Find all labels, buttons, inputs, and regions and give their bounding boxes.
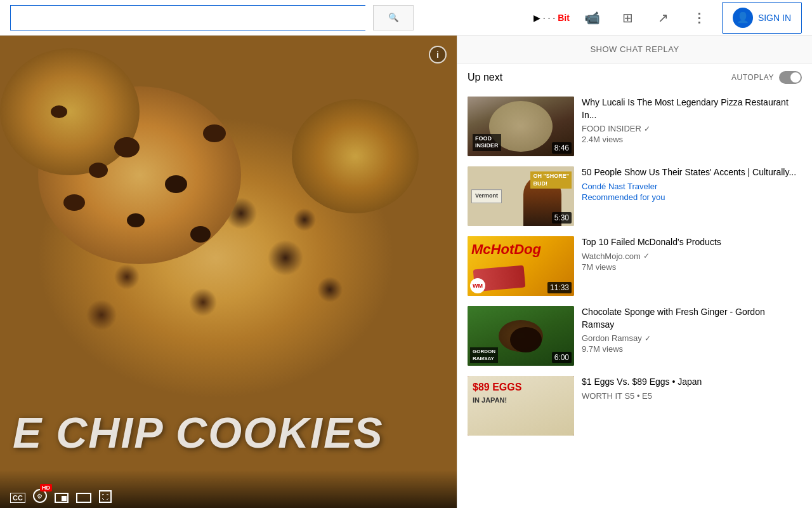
create-button[interactable]: ▶ · · · Bit bbox=[534, 13, 570, 23]
cc-button[interactable]: CC bbox=[10, 493, 25, 503]
autoplay-toggle: AUTOPLAY bbox=[731, 71, 802, 84]
chocolate-topping bbox=[510, 327, 542, 352]
person-icon: 👤 bbox=[737, 11, 749, 23]
cookie-right bbox=[292, 99, 419, 213]
hd-button[interactable]: HD ⚙ bbox=[33, 489, 47, 503]
theater-button[interactable] bbox=[76, 493, 91, 503]
mc-hotdog-text: McHotDog bbox=[471, 241, 541, 258]
watchmojo-badge: WM bbox=[470, 278, 485, 293]
channel-name-v3: WatchMojo.com bbox=[582, 251, 641, 261]
info-button[interactable]: i bbox=[429, 46, 447, 64]
recommended-label-v2: Recommended for you bbox=[582, 192, 799, 202]
video-title-v5: $1 Eggs Vs. $89 Eggs • Japan bbox=[582, 376, 799, 389]
video-title-v3: Top 10 Failed McDonald's Products bbox=[582, 236, 799, 249]
search-bar bbox=[10, 5, 365, 30]
video-channel-v5: WORTH IT S5 • E5 bbox=[582, 391, 799, 401]
video-title-v2: 50 People Show Us Their States' Accents … bbox=[582, 166, 799, 179]
duration-badge-v2: 5:30 bbox=[552, 212, 572, 224]
video-controls: CC HD ⚙ ⛶ bbox=[0, 470, 457, 508]
header: 🔍 ▶ · · · Bit 📹 ⊞ ↗ ⋮ 👤 SIGN IN bbox=[0, 0, 812, 36]
share-button[interactable]: ↗ bbox=[651, 5, 676, 30]
video-player: i E CHIP COOKIES CC HD ⚙ bbox=[0, 36, 457, 508]
video-views-v4: 9.7M views bbox=[582, 344, 799, 354]
video-thumbnail-v3: McHotDog WM 11:33 bbox=[468, 236, 574, 296]
channel-name-v1: FOOD INSIDER bbox=[582, 124, 641, 133]
cookie-title-text: E CHIP COOKIES bbox=[13, 408, 444, 457]
fullscreen-button[interactable]: ⛶ bbox=[99, 490, 112, 503]
sign-in-button[interactable]: 👤 SIGN IN bbox=[722, 2, 802, 34]
header-right: ▶ · · · Bit 📹 ⊞ ↗ ⋮ 👤 SIGN IN bbox=[534, 2, 802, 34]
video-channel-v2: Condé Nast Traveler bbox=[582, 182, 799, 191]
show-chat-label: SHOW CHAT REPLAY bbox=[590, 44, 679, 54]
video-thumbnail-v5: $89 EGGSIN JAPAN! bbox=[468, 376, 574, 436]
channel-name-v2: Condé Nast Traveler bbox=[582, 182, 657, 191]
video-info-v4: Chocolate Sponge with Fresh Ginger - Gor… bbox=[579, 306, 802, 366]
more-icon: ⋮ bbox=[693, 10, 705, 25]
food-insider-overlay: FOOD INSIDER bbox=[473, 134, 501, 151]
worth-thumb-bg: $89 EGGSIN JAPAN! bbox=[468, 376, 574, 436]
channel-name-v4: Gordon Ramsay bbox=[582, 333, 642, 343]
chip-6 bbox=[190, 226, 211, 243]
vermont-box: Vermont bbox=[471, 189, 502, 203]
miniplayer-button[interactable] bbox=[55, 493, 69, 503]
chip-2 bbox=[165, 175, 187, 193]
toggle-knob bbox=[790, 72, 801, 83]
share-icon: ↗ bbox=[658, 10, 669, 25]
video-channel-v1: FOOD INSIDER ✓ bbox=[582, 124, 799, 133]
video-card-v3[interactable]: McHotDog WM 11:33 Top 10 Failed McDonald… bbox=[457, 231, 812, 301]
video-card-v5[interactable]: $89 EGGSIN JAPAN! $1 Eggs Vs. $89 Eggs •… bbox=[457, 371, 812, 441]
fullscreen-icon: ⛶ bbox=[99, 490, 112, 503]
more-options-button[interactable]: ⋮ bbox=[686, 5, 712, 30]
video-info-v2: 50 People Show Us Their States' Accents … bbox=[579, 166, 802, 226]
autoplay-label: AUTOPLAY bbox=[731, 73, 774, 82]
gordon-ramsay-badge: GORDONRAMSAY bbox=[470, 347, 498, 363]
chip-1 bbox=[114, 137, 140, 157]
apps-icon: ⊞ bbox=[622, 10, 633, 25]
cc-icon: CC bbox=[10, 493, 25, 503]
worth-title-text: $89 EGGSIN JAPAN! bbox=[473, 381, 521, 405]
chip-4 bbox=[127, 213, 145, 227]
video-card-v4[interactable]: GORDONRAMSAY 6:00 Chocolate Sponge with … bbox=[457, 301, 812, 371]
sign-in-label: SIGN IN bbox=[758, 13, 791, 23]
chip-7 bbox=[51, 105, 67, 118]
verified-icon-v3: ✓ bbox=[643, 251, 650, 260]
cookie-left bbox=[0, 48, 140, 175]
video-title-v1: Why Lucali Is The Most Legendary Pizza R… bbox=[582, 97, 799, 121]
up-next-label: Up next bbox=[468, 72, 502, 83]
search-icon: 🔍 bbox=[388, 13, 399, 22]
bit-label: Bit bbox=[558, 13, 570, 23]
video-thumbnail: i E CHIP COOKIES CC HD ⚙ bbox=[0, 36, 457, 508]
video-card-v2[interactable]: Vermont OH "SHORE"BUD! 5:30 50 People Sh… bbox=[457, 161, 812, 231]
main-content: i E CHIP COOKIES CC HD ⚙ bbox=[0, 36, 812, 508]
search-button[interactable]: 🔍 bbox=[373, 5, 414, 30]
miniplayer-icon bbox=[55, 493, 69, 503]
hd-badge: HD bbox=[40, 484, 52, 491]
video-channel-v4: Gordon Ramsay ✓ bbox=[582, 333, 799, 343]
create-video-button[interactable]: 📹 bbox=[580, 5, 605, 30]
video-card-v1[interactable]: FOOD INSIDER 8:46 Why Lucali Is The Most… bbox=[457, 91, 812, 161]
chip-8 bbox=[63, 194, 85, 211]
video-info-v1: Why Lucali Is The Most Legendary Pizza R… bbox=[579, 97, 802, 156]
show-chat-replay-button[interactable]: SHOW CHAT REPLAY bbox=[457, 36, 812, 64]
camera-icon: 📹 bbox=[584, 10, 600, 25]
video-thumbnail-v4: GORDONRAMSAY 6:00 bbox=[468, 306, 574, 366]
chip-3 bbox=[89, 163, 108, 178]
channel-name-v5: WORTH IT S5 • E5 bbox=[582, 391, 652, 401]
verified-icon-v4: ✓ bbox=[645, 334, 651, 343]
duration-badge-v3: 11:33 bbox=[547, 282, 572, 293]
theater-icon bbox=[76, 493, 91, 503]
video-info-v3: Top 10 Failed McDonald's Products WatchM… bbox=[579, 236, 802, 296]
apps-button[interactable]: ⊞ bbox=[615, 5, 641, 30]
autoplay-switch[interactable] bbox=[779, 71, 802, 84]
search-input[interactable] bbox=[11, 6, 365, 30]
oh-shore-tag: OH "SHORE"BUD! bbox=[530, 171, 572, 189]
video-title-v4: Chocolate Sponge with Fresh Ginger - Gor… bbox=[582, 306, 799, 331]
up-next-header: Up next AUTOPLAY bbox=[457, 64, 812, 91]
video-views-v3: 7M views bbox=[582, 262, 799, 272]
video-info-v5: $1 Eggs Vs. $89 Eggs • Japan WORTH IT S5… bbox=[579, 376, 802, 436]
duration-badge-v1: 8:46 bbox=[552, 142, 572, 154]
avatar-icon: 👤 bbox=[733, 8, 753, 28]
video-thumbnail-v1: FOOD INSIDER 8:46 bbox=[468, 97, 574, 156]
chip-5 bbox=[203, 124, 226, 142]
video-title-overlay: E CHIP COOKIES bbox=[0, 408, 457, 457]
